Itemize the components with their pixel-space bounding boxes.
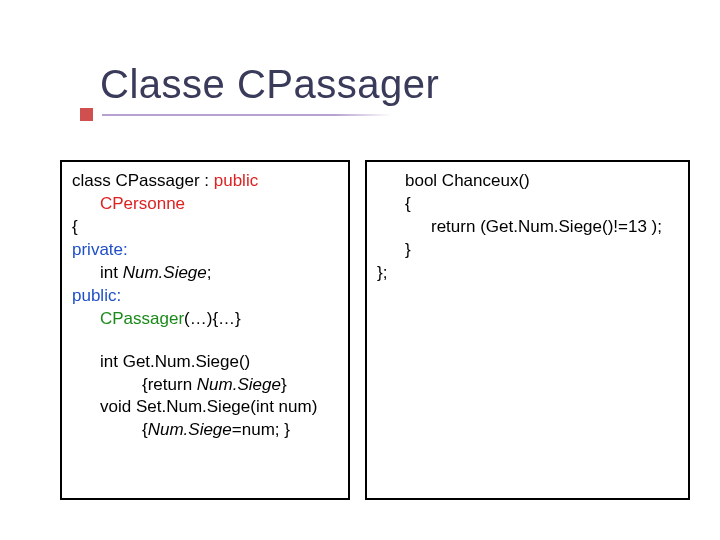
code-line: };	[377, 262, 678, 285]
code-line: }	[377, 239, 678, 262]
title-accent-square	[80, 108, 93, 121]
code-identifier: Num.Siege	[123, 263, 207, 282]
code-identifier: Num.Siege	[197, 375, 281, 394]
code-text: int	[100, 263, 123, 282]
code-line: int Num.Siege;	[72, 262, 338, 285]
code-text: }	[281, 375, 287, 394]
code-line: void Set.Num.Siege(int num)	[72, 396, 338, 419]
code-line: {Num.Siege=num; }	[72, 419, 338, 442]
code-line: class CPassager : public	[72, 170, 338, 193]
code-line: CPassager(…){…}	[72, 308, 338, 331]
code-line: {	[377, 193, 678, 216]
code-constructor: CPassager	[100, 309, 184, 328]
code-text: {return	[142, 375, 197, 394]
code-box-right: bool Chanceux() { return (Get.Num.Siege(…	[365, 160, 690, 500]
code-line: public:	[72, 285, 338, 308]
code-line: private:	[72, 239, 338, 262]
code-line: int Get.Num.Siege()	[72, 351, 338, 374]
code-keyword-public: public	[214, 171, 258, 190]
code-line: bool Chanceux()	[377, 170, 678, 193]
code-text: ;	[207, 263, 212, 282]
code-text: =num; }	[232, 420, 290, 439]
blank-line	[72, 331, 338, 351]
title-underline	[102, 114, 392, 116]
code-line: CPersonne	[72, 193, 338, 216]
code-line: {return Num.Siege}	[72, 374, 338, 397]
code-line: return (Get.Num.Siege()!=13 );	[377, 216, 678, 239]
code-text: (…){…}	[184, 309, 241, 328]
code-line: {	[72, 216, 338, 239]
code-identifier: Num.Siege	[148, 420, 232, 439]
code-text: class CPassager :	[72, 171, 214, 190]
slide-title: Classe CPassager	[100, 62, 439, 107]
code-box-left: class CPassager : public CPersonne { pri…	[60, 160, 350, 500]
slide-title-block: Classe CPassager	[100, 62, 439, 107]
